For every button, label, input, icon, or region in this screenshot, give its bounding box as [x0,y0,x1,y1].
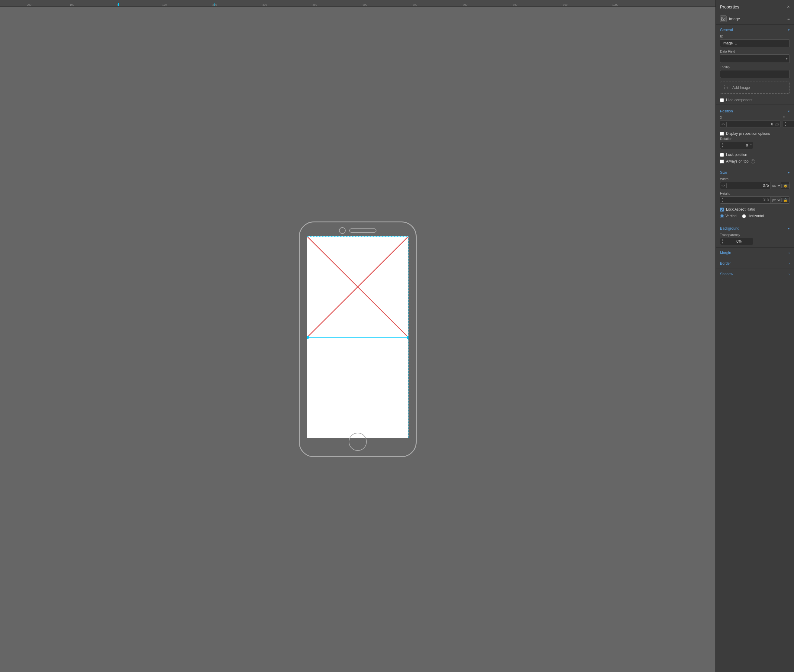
section-size-title: Size [720,170,727,174]
border-label: Border [720,261,731,266]
width-input[interactable] [727,182,770,189]
phone-screen: 375 x 667 [307,236,409,438]
x-code-icon: <> [720,122,727,126]
add-image-button[interactable]: + Add Image [720,82,790,94]
y-input-wrapper: ▲▼ px [783,120,794,128]
transparency-input[interactable] [725,238,753,245]
hide-component-label: Hide component [726,98,752,102]
section-general-title: General [720,28,733,32]
width-unit-select[interactable]: px % [770,182,781,189]
data-field-chevron[interactable]: ▾ [784,56,789,61]
id-input[interactable] [720,39,790,47]
tooltip-input[interactable] [720,70,790,78]
section-size-header[interactable]: Size ▾ [716,167,794,177]
always-on-top-help-icon[interactable]: ? [751,159,755,163]
shadow-label: Shadow [720,272,733,276]
data-field-input-wrapper: ▾ [720,54,790,63]
data-field-label: Data Field [720,50,790,53]
add-icon: + [725,85,730,90]
horizontal-label: Horizontal [748,214,764,218]
vertical-radio[interactable] [720,214,724,218]
tooltip-label: Tooltip [720,65,790,69]
component-name: Image [729,17,740,21]
y-field-col: Y ▲▼ px [783,116,794,128]
transparency-field-group: Transparency ▲▼ [716,233,794,248]
component-row: Image ≡ [716,13,794,25]
section-general-header[interactable]: General ▾ [716,25,794,34]
display-pin-row: Display pin position options [716,130,794,137]
ruler-top: -200 -100 0 100 200 300 400 500 600 700 … [0,0,716,6]
x-label: X [720,116,780,119]
section-position-title: Position [720,109,733,113]
section-position-header[interactable]: Position ▾ [716,106,794,116]
lock-position-checkbox[interactable] [720,153,724,157]
width-label: Width [720,177,790,181]
horizontal-radio[interactable] [742,214,746,218]
v-guideline-component [358,237,358,438]
phone-camera [339,227,346,234]
display-pin-label: Display pin position options [726,131,770,136]
always-on-top-label: Always on top [726,159,749,163]
always-on-top-checkbox[interactable] [720,160,724,163]
vertical-option[interactable]: Vertical [720,214,737,218]
id-label: ID [720,34,790,38]
x-unit: px [774,122,780,126]
height-lock-button[interactable]: 🔒 [781,198,789,202]
y-arrows[interactable]: ▲▼ [783,121,788,128]
height-field-group: Height ▲▼ px % 🔒 [716,192,794,206]
canvas-area[interactable]: -200 -100 0 100 200 300 400 500 600 700 … [0,0,716,672]
image-component[interactable]: 375 x 667 [307,236,409,438]
rotation-arrows[interactable]: ▲▼ [720,142,725,149]
section-size-chevron: ▾ [788,171,790,174]
phone-mockup-container: 375 x 667 [299,221,417,457]
x-field-col: X <> px [720,116,780,128]
phone-speaker [349,229,377,233]
menu-dots[interactable]: ≡ [788,16,790,21]
hide-component-row: Hide component [716,97,794,103]
rotation-input-wrapper: ▲▼ ° [720,142,753,149]
hide-component-checkbox[interactable] [720,98,724,102]
section-background-header[interactable]: Background ▾ [716,223,794,233]
height-unit-select[interactable]: px % [770,197,781,203]
lock-position-row: Lock position [716,151,794,158]
rotation-unit: ° [749,144,753,147]
always-on-top-row: Always on top ? [716,158,794,165]
width-code-icon: <> [720,183,727,188]
data-field-input[interactable] [720,55,784,62]
shadow-chevron: › [789,272,790,276]
y-label: Y [783,116,794,119]
margin-chevron: › [789,251,790,255]
border-row[interactable]: Border › [716,258,794,269]
vertical-label: Vertical [725,214,737,218]
height-label: Height [720,192,790,195]
transparency-label: Transparency [720,233,790,237]
lock-aspect-checkbox[interactable] [720,208,724,211]
section-position-chevron: ▾ [788,109,790,113]
tooltip-field-group: Tooltip [716,65,794,80]
height-arrows[interactable]: ▲▼ [720,197,725,203]
transparency-arrows[interactable]: ▲▼ [720,238,725,245]
y-input[interactable] [788,121,794,128]
display-pin-checkbox[interactable] [720,132,724,136]
phone-home-button [349,433,367,451]
lock-aspect-label: Lock Aspect Ratio [726,207,755,211]
data-field-group: Data Field ▾ [716,50,794,65]
x-input[interactable] [727,121,774,128]
x-input-wrapper: <> px [720,120,780,128]
add-image-label: Add Image [732,85,750,90]
width-field-group: Width <> px % 🔒 [716,177,794,192]
border-chevron: › [789,261,790,266]
height-input[interactable] [725,197,770,203]
shadow-row[interactable]: Shadow › [716,269,794,279]
margin-label: Margin [720,251,731,255]
width-lock-button[interactable]: 🔒 [781,184,789,188]
margin-row[interactable]: Margin › [716,248,794,258]
properties-panel: Properties × Image ≡ General ▾ ID Data F… [716,0,794,672]
close-button[interactable]: × [787,4,790,10]
section-background-chevron: ▾ [788,227,790,230]
svg-point-4 [722,18,723,18]
section-general-chevron: ▾ [788,28,790,32]
rotation-input[interactable] [725,142,749,149]
horizontal-option[interactable]: Horizontal [742,214,764,218]
id-field-group: ID [716,34,794,50]
